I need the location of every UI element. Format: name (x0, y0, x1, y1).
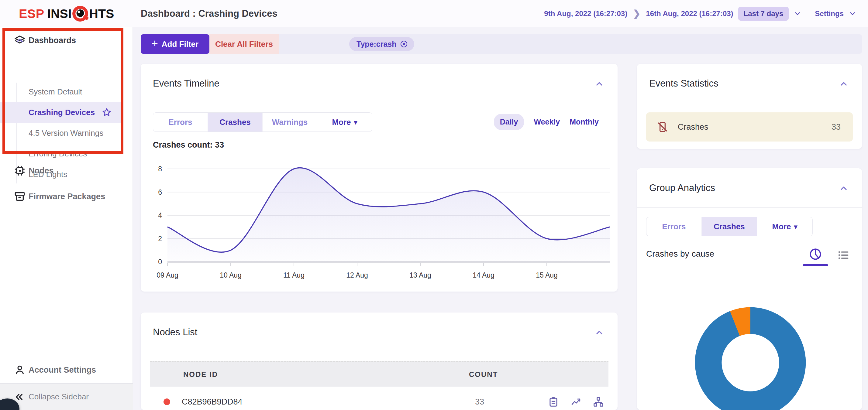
sidebar-item-dashboards[interactable]: Dashboards (0, 30, 133, 50)
svg-text:11 Aug: 11 Aug (283, 271, 305, 279)
caret-down-icon: ▾ (794, 224, 798, 230)
tab-label: Errors (168, 117, 192, 127)
collapse-sidebar-button[interactable]: Collapse Sidebar (0, 383, 133, 410)
group-tab-more[interactable]: More▾ (757, 217, 812, 236)
chart-title: Crashes count: 33 (153, 140, 224, 150)
period-weekly[interactable]: Weekly (534, 117, 560, 126)
tab-label: More (772, 222, 791, 231)
chevron-up-icon[interactable] (13, 36, 26, 45)
period-monthly[interactable]: Monthly (569, 117, 599, 126)
table-row[interactable]: C82B96B9DD8433 (150, 387, 609, 410)
date-range-end: 16th Aug, 2022 (16:27:03) (646, 9, 733, 18)
tab-crashes[interactable]: Crashes (208, 113, 262, 132)
sidebar: Dashboards System DefaultCrashing Device… (0, 27, 133, 410)
sidebar-item-nodes[interactable]: Nodes (0, 161, 133, 181)
events-timeline-card: Events Timeline ErrorsCrashesWarningsMor… (141, 64, 618, 292)
caret-down-icon: ▾ (354, 119, 358, 126)
app-logo: ESP INSI HTS (19, 0, 114, 27)
chevron-right-icon: ❯ (633, 9, 640, 18)
status-dot (163, 399, 170, 405)
svg-text:4: 4 (158, 211, 162, 219)
svg-text:8: 8 (158, 165, 162, 173)
column-header-node-id: NODE ID (150, 370, 469, 379)
plus-icon: + (152, 38, 158, 49)
clear-all-filters-button[interactable]: Clear All Filters (209, 34, 279, 54)
card-title: Events Statistics (649, 64, 718, 103)
chevron-up-icon[interactable] (594, 79, 604, 89)
table-header-row: NODE ID COUNT (150, 361, 609, 387)
chevron-up-icon[interactable] (839, 183, 848, 193)
stat-value: 33 (832, 123, 841, 132)
chevron-up-icon[interactable] (839, 79, 848, 89)
tab-label: Errors (662, 222, 686, 231)
settings-menu[interactable]: Settings (815, 9, 844, 18)
crashed-device-icon (656, 121, 669, 133)
pie-chart-icon[interactable] (808, 247, 823, 261)
group-event-type-tabs: ErrorsCrashesMore▾ (646, 217, 813, 236)
sidebar-item-label: Erroring Devices (29, 149, 87, 159)
person-icon (13, 364, 26, 376)
group-analytics-card: Group Analytics ErrorsCrashesMore▾ Crash… (637, 168, 862, 410)
count-cell: 33 (469, 397, 484, 407)
tab-warnings[interactable]: Warnings (262, 113, 317, 132)
tab-more[interactable]: More▾ (317, 113, 372, 132)
filter-chip-label: Type:crash (356, 40, 397, 48)
stat-row-crashes[interactable]: Crashes33 (646, 112, 853, 141)
card-header: Events Timeline (141, 64, 618, 103)
nodes-list-card: Nodes List NODE ID COUNT C82B96B9DD8433 (141, 312, 618, 410)
event-log-icon[interactable] (548, 396, 559, 408)
sidebar-item-label: Crashing Devices (29, 108, 95, 117)
chevron-up-icon[interactable] (594, 328, 604, 337)
stat-label: Crashes (678, 123, 708, 132)
sidebar-item-label: System Default (29, 87, 82, 97)
sidebar-item-4-5-version-warnings[interactable]: 4.5 Version Warnings (0, 123, 133, 143)
tab-label: Crashes (219, 117, 251, 127)
card-header: Group Analytics (637, 168, 862, 208)
chevron-down-icon[interactable] (848, 10, 857, 18)
card-title: Group Analytics (649, 168, 715, 208)
chevron-down-icon[interactable] (794, 10, 801, 18)
svg-text:12 Aug: 12 Aug (346, 271, 368, 279)
filter-chip-type-crash[interactable]: Type:crash (349, 37, 414, 51)
sidebar-item-label: Dashboards (29, 36, 76, 45)
add-filter-button[interactable]: + Add Filter (141, 34, 209, 54)
chip-icon (13, 165, 26, 177)
logo-text-insi: INSI (48, 7, 72, 21)
collapse-sidebar-label: Collapse Sidebar (29, 392, 89, 402)
trend-icon[interactable] (570, 396, 582, 408)
sidebar-item-account-settings[interactable]: Account Settings (0, 360, 133, 380)
event-type-tabs: ErrorsCrashesWarningsMore▾ (153, 112, 372, 132)
tab-label: Warnings (272, 117, 308, 127)
sidebar-item-firmware-packages[interactable]: Firmware Packages (0, 186, 133, 207)
group-tab-crashes[interactable]: Crashes (702, 217, 757, 236)
logo-text-hts: HTS (89, 7, 114, 21)
archive-box-icon (13, 191, 26, 203)
favorite-star-icon[interactable] (101, 107, 112, 117)
active-view-underline (803, 264, 828, 266)
double-chevron-left-icon (14, 392, 24, 402)
sidebar-item-crashing-devices[interactable]: Crashing Devices (0, 102, 123, 123)
eye-logo-icon (72, 5, 88, 22)
sidebar-item-label: Firmware Packages (29, 192, 105, 201)
row-actions (548, 396, 609, 408)
nodes-table: NODE ID COUNT C82B96B9DD8433 (150, 361, 609, 410)
filter-bar: + Add Filter Clear All Filters Type:cras… (141, 34, 862, 54)
tab-errors[interactable]: Errors (153, 113, 208, 132)
group-chart-subtitle: Crashes by cause (646, 249, 714, 259)
time-range-pill[interactable]: Last 7 days (738, 7, 789, 21)
topology-icon[interactable] (593, 396, 604, 408)
close-circle-icon[interactable] (400, 40, 408, 48)
period-daily[interactable]: Daily (494, 114, 524, 130)
sidebar-item-system-default[interactable]: System Default (0, 81, 133, 102)
page-title: Dashboard : Crashing Devices (141, 0, 277, 27)
node-id-cell: C82B96B9DD84 (182, 397, 469, 407)
column-header-count: COUNT (469, 370, 498, 379)
svg-text:14 Aug: 14 Aug (473, 271, 494, 279)
sidebar-item-label: 4.5 Version Warnings (29, 129, 103, 138)
svg-text:15 Aug: 15 Aug (536, 271, 558, 279)
card-header: Events Statistics (637, 64, 862, 103)
list-view-icon[interactable] (837, 248, 850, 262)
svg-text:09 Aug: 09 Aug (157, 271, 178, 279)
group-tab-errors[interactable]: Errors (646, 217, 702, 236)
add-filter-label: Add Filter (162, 39, 198, 49)
